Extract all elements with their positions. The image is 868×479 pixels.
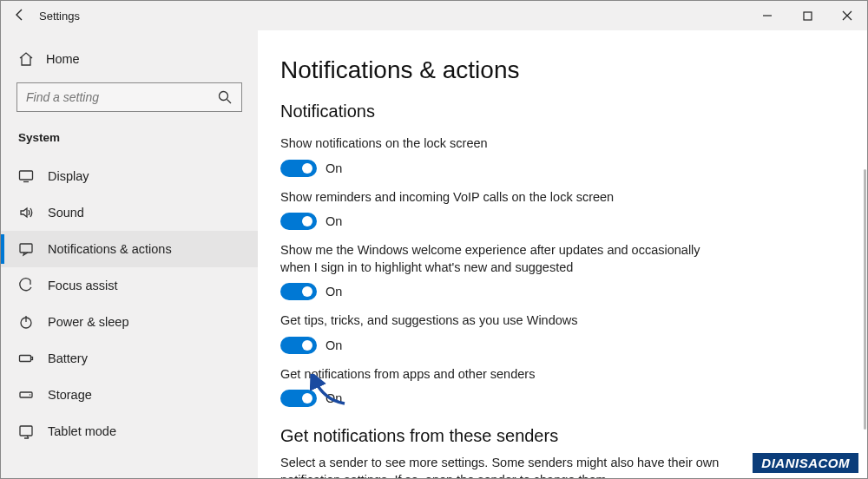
svg-point-12 [30, 394, 31, 396]
sidebar-item-power-sleep[interactable]: Power & sleep [1, 304, 258, 340]
titlebar: Settings [1, 1, 867, 30]
back-button[interactable] [1, 8, 39, 24]
sidebar-item-notifications[interactable]: Notifications & actions [1, 231, 258, 267]
toggle-app-notifications[interactable] [280, 390, 317, 407]
sidebar-item-display[interactable]: Display [1, 158, 258, 194]
tablet-icon [18, 423, 34, 439]
toggle-state: On [326, 214, 342, 228]
svg-rect-9 [20, 356, 31, 362]
setting-voip-lock-screen: Show reminders and incoming VoIP calls o… [280, 189, 732, 231]
watermark: DIANISACOM [753, 453, 858, 473]
setting-label: Get notifications from apps and other se… [280, 366, 732, 384]
maximize-button[interactable] [787, 1, 827, 30]
home-label: Home [46, 52, 80, 66]
sidebar-item-label: Storage [48, 388, 92, 402]
home-icon [18, 51, 34, 67]
content-area: Notifications & actions Notifications Sh… [258, 30, 867, 478]
vertical-scrollbar[interactable] [864, 169, 866, 430]
toggle-state: On [326, 338, 342, 352]
toggle-tips-tricks[interactable] [280, 337, 317, 354]
toggle-state: On [326, 285, 342, 299]
sidebar-item-label: Tablet mode [48, 424, 116, 438]
notifications-icon [18, 241, 34, 257]
sidebar-item-tablet-mode[interactable]: Tablet mode [1, 413, 258, 449]
sidebar-item-label: Focus assist [48, 279, 118, 292]
toggle-lock-screen-notifications[interactable] [280, 160, 317, 177]
sidebar-item-sound[interactable]: Sound [1, 194, 258, 231]
sidebar-item-label: Display [48, 169, 89, 183]
close-button[interactable] [827, 1, 867, 30]
storage-icon [18, 387, 34, 403]
window-title: Settings [39, 10, 80, 23]
sidebar-item-label: Sound [48, 206, 84, 220]
setting-tips-tricks: Get tips, tricks, and suggestions as you… [280, 312, 732, 354]
sidebar-section-label: System [1, 122, 258, 153]
search-input[interactable] [26, 90, 217, 104]
home-link[interactable]: Home [1, 43, 258, 75]
setting-label: Show notifications on the lock screen [280, 135, 732, 153]
power-icon [18, 314, 34, 330]
toggle-state: On [326, 391, 342, 405]
setting-welcome-experience: Show me the Windows welcome experience a… [280, 242, 732, 300]
section-title-senders: Get notifications from these senders [280, 426, 858, 446]
setting-label: Show reminders and incoming VoIP calls o… [280, 189, 732, 207]
sidebar-item-focus-assist[interactable]: Focus assist [1, 267, 258, 304]
setting-label: Get tips, tricks, and suggestions as you… [280, 312, 732, 330]
sound-icon [18, 205, 34, 220]
svg-rect-6 [20, 244, 32, 253]
sidebar-item-label: Power & sleep [48, 315, 129, 329]
focus-assist-icon [18, 278, 34, 293]
svg-rect-13 [20, 426, 32, 436]
svg-point-2 [220, 92, 228, 101]
display-icon [18, 168, 34, 184]
svg-rect-10 [31, 358, 33, 360]
svg-rect-1 [804, 12, 812, 20]
toggle-voip-lock-screen[interactable] [280, 213, 317, 230]
minimize-button[interactable] [747, 1, 787, 30]
setting-app-notifications: Get notifications from apps and other se… [280, 366, 732, 408]
search-box[interactable] [16, 82, 242, 112]
sidebar-item-label: Battery [48, 351, 88, 365]
toggle-welcome-experience[interactable] [280, 283, 317, 300]
svg-rect-4 [20, 171, 33, 180]
svg-line-3 [227, 100, 232, 104]
setting-label: Show me the Windows welcome experience a… [280, 242, 732, 276]
setting-lock-screen-notifications: Show notifications on the lock screen On [280, 135, 732, 177]
sidebar: Home System Display Sound [1, 30, 258, 478]
senders-description: Select a sender to see more settings. So… [280, 455, 732, 478]
section-title-notifications: Notifications [280, 102, 858, 121]
battery-icon [18, 351, 34, 366]
search-icon [217, 89, 233, 105]
toggle-state: On [326, 161, 342, 175]
sidebar-item-battery[interactable]: Battery [1, 340, 258, 377]
sidebar-item-storage[interactable]: Storage [1, 377, 258, 413]
page-title: Notifications & actions [280, 56, 858, 84]
sidebar-item-label: Notifications & actions [48, 242, 172, 256]
